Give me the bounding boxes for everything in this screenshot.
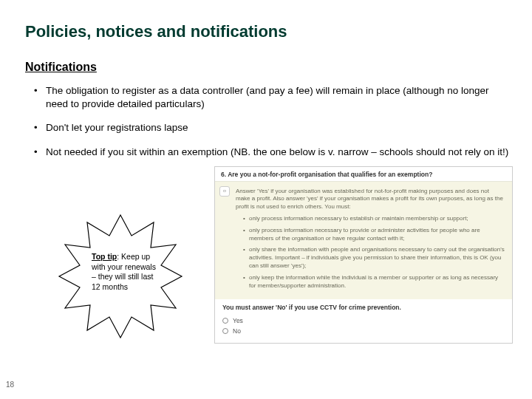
section-subtitle: Notifications [25, 61, 510, 74]
tip-callout: Top tip: Keep up with your renewals – th… [58, 214, 183, 339]
tip-text: Top tip: Keep up with your renewals – th… [92, 252, 160, 293]
bullet-list: The obligation to register as a data con… [25, 84, 510, 159]
bullet-item: The obligation to register as a data con… [37, 84, 510, 111]
criteria-item: only share the information with people a… [243, 246, 505, 270]
embedded-screenshot: 6. Are you a not-for-profit organisation… [214, 166, 513, 344]
criteria-list: only process information necessary to es… [236, 215, 505, 290]
criteria-item: only process information necessary to pr… [243, 227, 505, 243]
question-heading: 6. Are you a not-for-profit organisation… [215, 167, 512, 182]
page-number: 18 [6, 381, 14, 389]
radio-options: Yes No [215, 316, 512, 342]
slide-title: Policies, notices and notifications [25, 22, 510, 41]
option-label: No [233, 327, 241, 335]
option-yes[interactable]: Yes [222, 317, 505, 324]
bullet-item: Don't let your registrations lapse [37, 121, 510, 134]
lightbulb-icon: ¤ [219, 186, 230, 197]
criteria-item: only process information necessary to es… [243, 215, 505, 223]
radio-icon [222, 328, 228, 334]
answer-intro: Answer 'Yes' if your organisation was es… [236, 188, 505, 211]
warning-text: You must answer 'No' if you use CCTV for… [215, 299, 512, 316]
option-label: Yes [233, 317, 243, 324]
criteria-item: only keep the information while the indi… [243, 274, 505, 290]
tip-label: Top tip [92, 252, 117, 261]
option-no[interactable]: No [222, 327, 505, 335]
bullet-item: Not needed if you sit within an exemptio… [37, 146, 510, 159]
radio-icon [222, 318, 228, 324]
